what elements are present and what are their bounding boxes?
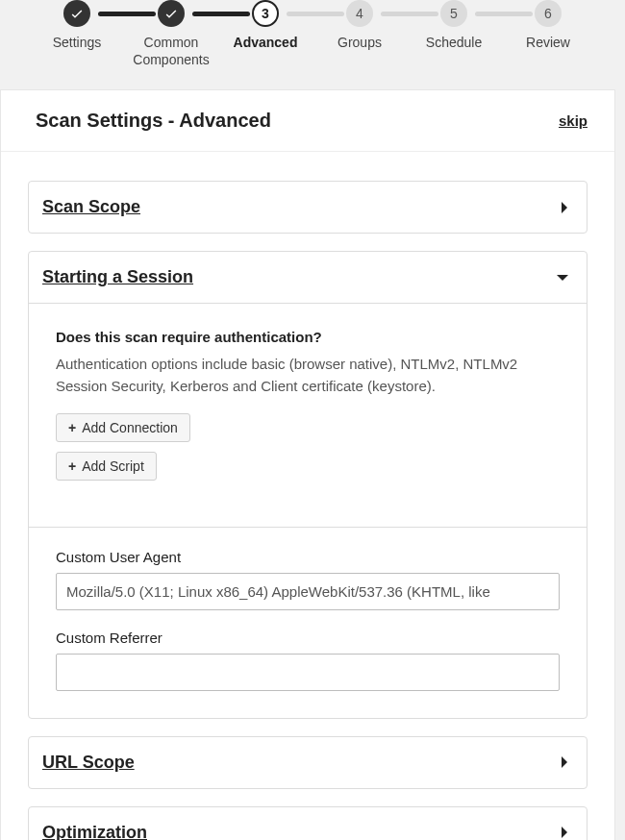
custom-referrer-input[interactable]: [56, 654, 560, 691]
custom-headers-section: Custom User Agent Custom Referrer: [29, 527, 587, 718]
button-label: Add Connection: [82, 420, 178, 435]
step-circle-future: 6: [535, 0, 562, 27]
step-label: Review: [526, 35, 570, 52]
auth-description: Authentication options include basic (br…: [56, 353, 560, 398]
check-icon: [163, 6, 179, 21]
panel-scan-scope: Scan Scope: [28, 181, 588, 234]
step-advanced[interactable]: 3 Advanced: [221, 0, 310, 52]
step-label: Settings: [53, 35, 102, 52]
step-settings[interactable]: Settings: [33, 0, 121, 52]
panel-title: URL Scope: [42, 753, 135, 773]
step-schedule[interactable]: 5 Schedule: [410, 0, 498, 52]
settings-card: Scan Settings - Advanced skip Scan Scope…: [0, 89, 615, 840]
panel-header-starting-session[interactable]: Starting a Session: [29, 252, 587, 303]
sections: Scan Scope Starting a Session Does this …: [1, 151, 614, 840]
button-label: Add Script: [82, 458, 144, 474]
custom-user-agent-input[interactable]: [56, 573, 560, 610]
step-connector: [381, 12, 438, 16]
step-circle-future: 4: [346, 0, 373, 27]
panel-url-scope: URL Scope: [28, 736, 588, 789]
panel-header-optimization[interactable]: Optimization: [29, 807, 587, 841]
panel-title: Optimization: [42, 823, 147, 841]
panel-title: Starting a Session: [42, 267, 193, 287]
stepper: Settings Common Components 3 Advanced 4 …: [0, 0, 625, 68]
custom-referrer-label: Custom Referrer: [56, 630, 560, 646]
step-circle-done: [63, 0, 90, 27]
add-connection-button[interactable]: + Add Connection: [56, 413, 190, 442]
panel-optimization: Optimization: [28, 806, 588, 841]
step-label: Advanced: [234, 35, 298, 52]
check-icon: [69, 6, 85, 21]
page-title: Scan Settings - Advanced: [36, 110, 271, 132]
chevron-right-icon: [560, 201, 569, 214]
step-label: Common Components: [127, 35, 215, 68]
chevron-right-icon: [560, 826, 569, 839]
step-connector: [475, 12, 533, 16]
chevron-down-icon: [556, 273, 569, 283]
chevron-right-icon: [560, 755, 569, 769]
plus-icon: +: [68, 420, 76, 435]
step-common-components[interactable]: Common Components: [127, 0, 215, 68]
step-review[interactable]: 6 Review: [504, 0, 592, 52]
step-label: Schedule: [426, 35, 482, 52]
step-groups[interactable]: 4 Groups: [315, 0, 404, 52]
panel-body: Does this scan require authentication? A…: [29, 303, 587, 718]
step-label: Groups: [338, 35, 382, 52]
step-connector: [98, 12, 156, 16]
panel-title: Scan Scope: [42, 197, 140, 217]
custom-user-agent-label: Custom User Agent: [56, 549, 560, 565]
add-script-button[interactable]: + Add Script: [56, 452, 157, 481]
auth-question: Does this scan require authentication?: [56, 329, 560, 345]
step-circle-current: 3: [252, 0, 279, 27]
card-header: Scan Settings - Advanced skip: [1, 90, 614, 151]
step-connector: [287, 12, 344, 16]
panel-header-url-scope[interactable]: URL Scope: [29, 737, 587, 788]
auth-section: Does this scan require authentication? A…: [29, 304, 587, 527]
step-circle-future: 5: [440, 0, 467, 27]
plus-icon: +: [68, 458, 76, 474]
skip-link[interactable]: skip: [559, 112, 588, 129]
panel-starting-session: Starting a Session Does this scan requir…: [28, 251, 588, 719]
panel-header-scan-scope[interactable]: Scan Scope: [29, 182, 587, 233]
step-circle-done: [158, 0, 185, 27]
step-connector: [192, 12, 250, 16]
